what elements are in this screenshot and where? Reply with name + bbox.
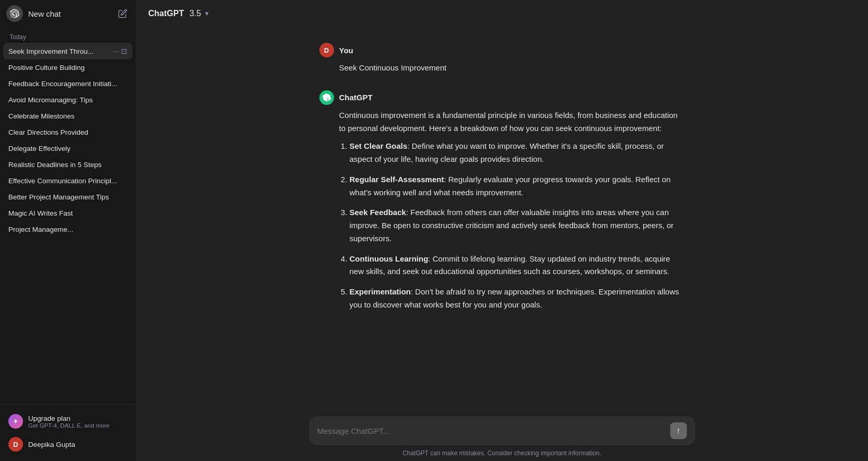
chat-item-magic-label: Magic AI Writes Fast bbox=[8, 209, 127, 217]
model-name-label: ChatGPT bbox=[148, 9, 184, 18]
main-content: ChatGPT 3.5 ▾ D You Seek Continuous Impr… bbox=[136, 0, 868, 461]
user-message-sender: You bbox=[339, 46, 353, 55]
sidebar: New chat Today Seek Improvement Throu...… bbox=[0, 0, 136, 461]
user-message-avatar: D bbox=[319, 43, 334, 57]
chat-item-communication[interactable]: Effective Communication Principl... bbox=[3, 173, 133, 189]
chat-item-delegate-label: Delegate Effectively bbox=[8, 145, 127, 152]
upgrade-icon: ✦ bbox=[8, 414, 23, 429]
user-message-text: Seek Continuous Improvement bbox=[339, 62, 685, 75]
chat-item-positive-label: Positive Culture Building bbox=[8, 64, 127, 72]
ai-point-3-title: Seek Feedback bbox=[350, 208, 406, 217]
chat-item-project[interactable]: Better Project Management Tips bbox=[3, 189, 133, 205]
ai-point-3: Seek Feedback: Feedback from others can … bbox=[350, 206, 685, 245]
chat-item-milestones[interactable]: Celebrate Milestones bbox=[3, 108, 133, 124]
ai-point-2: Regular Self-Assessment: Regularly evalu… bbox=[350, 173, 685, 199]
chat-item-micromanage-label: Avoid Micromanaging: Tips bbox=[8, 96, 127, 104]
sidebar-header: New chat bbox=[0, 0, 136, 27]
chat-item-seek[interactable]: Seek Improvement Throu... ··· ⊡ bbox=[3, 43, 133, 60]
chat-item-micromanage[interactable]: Avoid Micromanaging: Tips bbox=[3, 92, 133, 108]
send-icon: ↑ bbox=[676, 426, 681, 435]
model-version-label: 3.5 bbox=[187, 9, 201, 18]
send-button[interactable]: ↑ bbox=[670, 422, 687, 439]
ai-point-1: Set Clear Goals: Define what you want to… bbox=[350, 140, 685, 166]
ai-point-4: Continuous Learning: Commit to lifelong … bbox=[350, 253, 685, 279]
ai-point-5: Experimentation: Don't be afraid to try … bbox=[350, 286, 685, 312]
footer-note: ChatGPT can make mistakes. Consider chec… bbox=[402, 450, 601, 457]
chat-area: D You Seek Continuous Improvement ChatGP… bbox=[136, 27, 868, 410]
chat-history: Today Seek Improvement Throu... ··· ⊡ Po… bbox=[0, 27, 136, 404]
chat-item-directions[interactable]: Clear Directions Provided bbox=[3, 124, 133, 140]
user-profile-area[interactable]: D Deepika Gupta bbox=[3, 433, 133, 456]
chatgpt-avatar bbox=[319, 90, 334, 105]
more-icon[interactable]: ··· bbox=[113, 47, 119, 55]
chat-item-deadlines[interactable]: Realistic Deadlines in 5 Steps bbox=[3, 157, 133, 173]
ai-message-header: ChatGPT bbox=[319, 90, 685, 105]
chat-item-magic[interactable]: Magic AI Writes Fast bbox=[3, 205, 133, 221]
chat-item-project-label: Better Project Management Tips bbox=[8, 193, 127, 201]
user-avatar: D bbox=[8, 437, 23, 452]
upgrade-plan-button[interactable]: ✦ Upgrade plan Get GPT-4, DALL·E, and mo… bbox=[3, 410, 133, 433]
chat-item-positive[interactable]: Positive Culture Building bbox=[3, 60, 133, 76]
chat-item-milestones-label: Celebrate Milestones bbox=[8, 112, 127, 120]
input-area: ↑ ChatGPT can make mistakes. Consider ch… bbox=[136, 410, 868, 461]
ai-point-2-title: Regular Self-Assessment bbox=[350, 175, 444, 184]
logo-area: New chat bbox=[6, 5, 61, 22]
chat-item-seek-label: Seek Improvement Throu... bbox=[8, 48, 111, 55]
chat-item-deadlines-label: Realistic Deadlines in 5 Steps bbox=[8, 161, 127, 169]
sidebar-footer: ✦ Upgrade plan Get GPT-4, DALL·E, and mo… bbox=[0, 404, 136, 461]
upgrade-text: Upgrade plan Get GPT-4, DALL·E, and more bbox=[28, 415, 110, 429]
ai-message-sender: ChatGPT bbox=[339, 93, 373, 102]
ai-point-4-title: Continuous Learning bbox=[350, 254, 429, 263]
today-section-label: Today bbox=[3, 27, 133, 43]
chat-item-seek-actions: ··· ⊡ bbox=[113, 47, 127, 55]
user-message-content: Seek Continuous Improvement bbox=[319, 62, 685, 75]
chat-item-directions-label: Clear Directions Provided bbox=[8, 128, 127, 136]
chat-item-delegate[interactable]: Delegate Effectively bbox=[3, 140, 133, 157]
ai-message-block: ChatGPT Continuous improvement is a fund… bbox=[309, 85, 695, 324]
upgrade-title: Upgrade plan bbox=[28, 415, 110, 422]
topbar: ChatGPT 3.5 ▾ bbox=[136, 0, 868, 27]
chat-item-communication-label: Effective Communication Principl... bbox=[8, 177, 127, 185]
archive-icon[interactable]: ⊡ bbox=[121, 47, 127, 55]
chat-item-project2-label: Project Manageme... bbox=[8, 226, 127, 233]
model-selector-button[interactable]: ChatGPT 3.5 ▾ bbox=[144, 7, 212, 20]
user-message-header: D You bbox=[319, 43, 685, 57]
input-wrapper: ↑ bbox=[309, 416, 695, 445]
ai-point-1-title: Set Clear Goals bbox=[350, 141, 408, 150]
logo-icon bbox=[6, 5, 23, 22]
upgrade-subtitle: Get GPT-4, DALL·E, and more bbox=[28, 422, 110, 429]
chevron-down-icon: ▾ bbox=[205, 10, 208, 17]
ai-message-content: Continuous improvement is a fundamental … bbox=[319, 109, 685, 312]
new-chat-button[interactable] bbox=[116, 7, 129, 20]
chat-item-feedback-label: Feedback Encouragement Initiati... bbox=[8, 80, 127, 88]
user-message-block: D You Seek Continuous Improvement bbox=[309, 38, 695, 85]
chat-item-project2[interactable]: Project Manageme... bbox=[3, 221, 133, 238]
user-name: Deepika Gupta bbox=[28, 441, 75, 448]
ai-intro-text: Continuous improvement is a fundamental … bbox=[339, 109, 685, 135]
sidebar-title: New chat bbox=[28, 9, 61, 18]
ai-point-5-title: Experimentation bbox=[350, 287, 411, 296]
chat-input[interactable] bbox=[317, 427, 665, 435]
ai-points-list: Set Clear Goals: Define what you want to… bbox=[339, 140, 685, 311]
chat-item-feedback[interactable]: Feedback Encouragement Initiati... bbox=[3, 76, 133, 92]
